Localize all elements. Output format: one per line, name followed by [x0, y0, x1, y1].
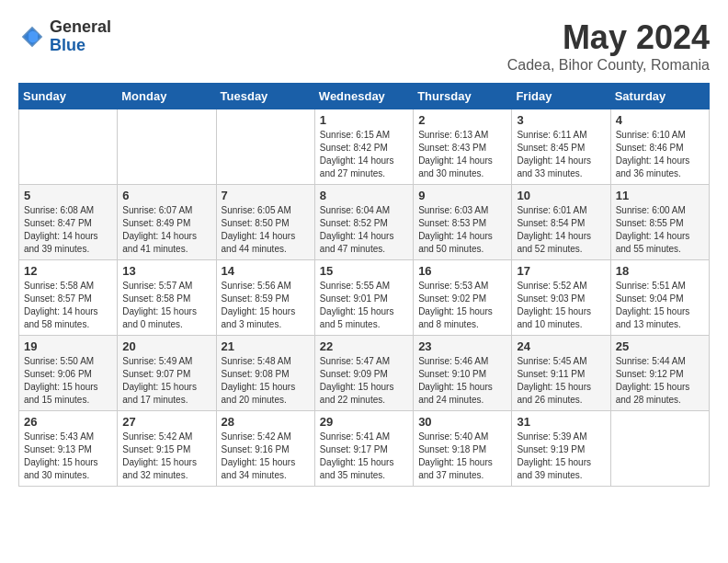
day-number: 7	[222, 189, 310, 202]
day-cell	[19, 109, 118, 185]
day-cell: 17Sunrise: 5:52 AM Sunset: 9:03 PM Dayli…	[512, 260, 610, 336]
day-cell	[118, 109, 216, 185]
day-cell: 11Sunrise: 6:00 AM Sunset: 8:55 PM Dayli…	[610, 185, 709, 260]
day-cell: 6Sunrise: 6:07 AM Sunset: 8:49 PM Daylig…	[118, 185, 216, 260]
day-number: 18	[616, 264, 704, 278]
day-number: 29	[320, 415, 408, 429]
day-info: Sunrise: 5:39 AM Sunset: 9:19 PM Dayligh…	[517, 431, 605, 482]
day-number: 14	[222, 264, 310, 278]
week-row-5: 26Sunrise: 5:43 AM Sunset: 9:13 PM Dayli…	[19, 411, 710, 487]
day-number: 5	[24, 189, 112, 202]
day-info: Sunrise: 5:52 AM Sunset: 9:03 PM Dayligh…	[517, 280, 605, 331]
day-number: 4	[616, 113, 704, 127]
day-cell: 21Sunrise: 5:48 AM Sunset: 9:08 PM Dayli…	[216, 336, 314, 411]
day-number: 11	[616, 189, 704, 202]
day-number: 28	[222, 415, 310, 429]
day-cell: 23Sunrise: 5:46 AM Sunset: 9:10 PM Dayli…	[414, 336, 512, 411]
day-cell: 7Sunrise: 6:05 AM Sunset: 8:50 PM Daylig…	[216, 185, 314, 260]
week-row-1: 1Sunrise: 6:15 AM Sunset: 8:42 PM Daylig…	[19, 109, 710, 185]
title-area: May 2024 Cadea, Bihor County, Romania	[507, 18, 710, 74]
day-info: Sunrise: 6:10 AM Sunset: 8:46 PM Dayligh…	[616, 129, 704, 180]
day-cell: 16Sunrise: 5:53 AM Sunset: 9:02 PM Dayli…	[414, 260, 512, 336]
logo-general: General	[50, 18, 111, 37]
day-number: 24	[517, 339, 605, 353]
day-cell: 4Sunrise: 6:10 AM Sunset: 8:46 PM Daylig…	[610, 109, 709, 185]
day-number: 20	[122, 339, 210, 353]
weekday-header-saturday: Saturday	[610, 84, 709, 109]
weekday-header-monday: Monday	[118, 84, 216, 109]
weekday-header-wednesday: Wednesday	[314, 84, 413, 109]
day-info: Sunrise: 6:15 AM Sunset: 8:42 PM Dayligh…	[320, 129, 408, 180]
day-info: Sunrise: 6:11 AM Sunset: 8:45 PM Dayligh…	[517, 129, 605, 180]
day-info: Sunrise: 5:50 AM Sunset: 9:06 PM Dayligh…	[24, 355, 112, 407]
day-number: 2	[418, 113, 506, 127]
day-cell: 18Sunrise: 5:51 AM Sunset: 9:04 PM Dayli…	[610, 260, 709, 336]
weekday-header-sunday: Sunday	[19, 84, 118, 109]
day-info: Sunrise: 6:00 AM Sunset: 8:55 PM Dayligh…	[616, 204, 704, 256]
day-number: 10	[517, 189, 605, 202]
day-number: 30	[418, 415, 506, 429]
day-cell: 22Sunrise: 5:47 AM Sunset: 9:09 PM Dayli…	[314, 336, 413, 411]
logo-blue: Blue	[50, 37, 111, 55]
day-number: 26	[24, 415, 112, 429]
weekday-header-row: SundayMondayTuesdayWednesdayThursdayFrid…	[19, 84, 710, 109]
day-info: Sunrise: 5:56 AM Sunset: 8:59 PM Dayligh…	[222, 280, 310, 331]
day-number: 17	[517, 264, 605, 278]
day-info: Sunrise: 6:03 AM Sunset: 8:53 PM Dayligh…	[418, 204, 506, 256]
day-cell: 28Sunrise: 5:42 AM Sunset: 9:16 PM Dayli…	[216, 411, 314, 487]
week-row-4: 19Sunrise: 5:50 AM Sunset: 9:06 PM Dayli…	[19, 336, 710, 411]
weekday-header-friday: Friday	[512, 84, 610, 109]
day-info: Sunrise: 5:41 AM Sunset: 9:17 PM Dayligh…	[320, 431, 408, 482]
day-info: Sunrise: 5:53 AM Sunset: 9:02 PM Dayligh…	[418, 280, 506, 331]
day-info: Sunrise: 5:55 AM Sunset: 9:01 PM Dayligh…	[320, 280, 408, 331]
day-cell	[216, 109, 314, 185]
day-info: Sunrise: 5:40 AM Sunset: 9:18 PM Dayligh…	[418, 431, 506, 482]
day-info: Sunrise: 6:08 AM Sunset: 8:47 PM Dayligh…	[24, 204, 112, 256]
day-cell: 3Sunrise: 6:11 AM Sunset: 8:45 PM Daylig…	[512, 109, 610, 185]
week-row-3: 12Sunrise: 5:58 AM Sunset: 8:57 PM Dayli…	[19, 260, 710, 336]
day-cell: 26Sunrise: 5:43 AM Sunset: 9:13 PM Dayli…	[19, 411, 118, 487]
day-number: 6	[122, 189, 210, 202]
day-number: 12	[24, 264, 112, 278]
day-cell: 19Sunrise: 5:50 AM Sunset: 9:06 PM Dayli…	[19, 336, 118, 411]
day-info: Sunrise: 5:45 AM Sunset: 9:11 PM Dayligh…	[517, 355, 605, 407]
day-cell: 25Sunrise: 5:44 AM Sunset: 9:12 PM Dayli…	[610, 336, 709, 411]
day-info: Sunrise: 5:48 AM Sunset: 9:08 PM Dayligh…	[222, 355, 310, 407]
day-number: 22	[320, 339, 408, 353]
day-cell: 1Sunrise: 6:15 AM Sunset: 8:42 PM Daylig…	[314, 109, 413, 185]
day-info: Sunrise: 5:47 AM Sunset: 9:09 PM Dayligh…	[320, 355, 408, 407]
day-cell: 15Sunrise: 5:55 AM Sunset: 9:01 PM Dayli…	[314, 260, 413, 336]
logo-text: General Blue	[50, 18, 111, 55]
day-number: 1	[320, 113, 408, 127]
day-info: Sunrise: 5:57 AM Sunset: 8:58 PM Dayligh…	[122, 280, 210, 331]
logo-icon	[18, 23, 46, 51]
location-title: Cadea, Bihor County, Romania	[507, 57, 710, 74]
day-cell: 5Sunrise: 6:08 AM Sunset: 8:47 PM Daylig…	[19, 185, 118, 260]
day-info: Sunrise: 5:42 AM Sunset: 9:15 PM Dayligh…	[122, 431, 210, 482]
day-number: 27	[122, 415, 210, 429]
weekday-header-tuesday: Tuesday	[216, 84, 314, 109]
day-cell: 20Sunrise: 5:49 AM Sunset: 9:07 PM Dayli…	[118, 336, 216, 411]
day-cell: 27Sunrise: 5:42 AM Sunset: 9:15 PM Dayli…	[118, 411, 216, 487]
day-cell: 31Sunrise: 5:39 AM Sunset: 9:19 PM Dayli…	[512, 411, 610, 487]
day-cell: 9Sunrise: 6:03 AM Sunset: 8:53 PM Daylig…	[414, 185, 512, 260]
day-number: 25	[616, 339, 704, 353]
day-number: 9	[418, 189, 506, 202]
logo: General Blue	[18, 18, 111, 55]
day-info: Sunrise: 5:42 AM Sunset: 9:16 PM Dayligh…	[222, 431, 310, 482]
day-cell: 29Sunrise: 5:41 AM Sunset: 9:17 PM Dayli…	[314, 411, 413, 487]
day-info: Sunrise: 5:58 AM Sunset: 8:57 PM Dayligh…	[24, 280, 112, 331]
day-cell: 8Sunrise: 6:04 AM Sunset: 8:52 PM Daylig…	[314, 185, 413, 260]
day-info: Sunrise: 6:07 AM Sunset: 8:49 PM Dayligh…	[122, 204, 210, 256]
day-number: 31	[517, 415, 605, 429]
day-number: 15	[320, 264, 408, 278]
day-number: 21	[222, 339, 310, 353]
day-cell: 30Sunrise: 5:40 AM Sunset: 9:18 PM Dayli…	[414, 411, 512, 487]
day-info: Sunrise: 5:46 AM Sunset: 9:10 PM Dayligh…	[418, 355, 506, 407]
day-cell: 2Sunrise: 6:13 AM Sunset: 8:43 PM Daylig…	[414, 109, 512, 185]
week-row-2: 5Sunrise: 6:08 AM Sunset: 8:47 PM Daylig…	[19, 185, 710, 260]
day-info: Sunrise: 5:49 AM Sunset: 9:07 PM Dayligh…	[122, 355, 210, 407]
day-number: 3	[517, 113, 605, 127]
day-cell: 24Sunrise: 5:45 AM Sunset: 9:11 PM Dayli…	[512, 336, 610, 411]
day-cell: 13Sunrise: 5:57 AM Sunset: 8:58 PM Dayli…	[118, 260, 216, 336]
